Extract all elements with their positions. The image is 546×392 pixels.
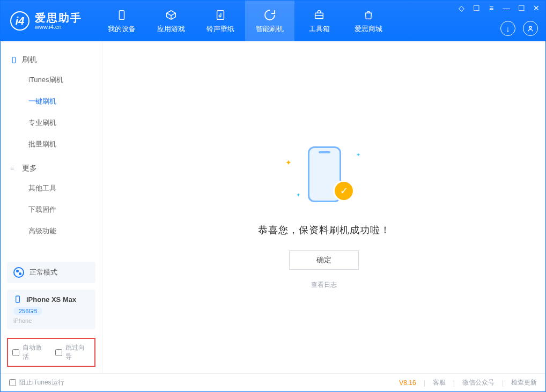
ok-button[interactable]: 确定: [289, 250, 359, 270]
tab-apps-games[interactable]: 应用游戏: [146, 1, 196, 41]
svg-rect-4: [12, 57, 16, 63]
tab-label: 爱思商城: [355, 24, 382, 34]
logo-icon: i4: [10, 11, 29, 31]
tab-ringtones[interactable]: 铃声壁纸: [196, 1, 245, 41]
app-logo: i4 爱思助手 www.i4.cn: [1, 1, 92, 41]
sidebar: 刷机 iTunes刷机 一键刷机 专业刷机 批量刷机 ≡ 更多 其他工具 下载固…: [1, 41, 102, 373]
tab-my-device[interactable]: 我的设备: [97, 1, 146, 41]
mode-icon: [13, 267, 24, 278]
footer-link-update[interactable]: 检查更新: [511, 378, 537, 387]
success-message: 恭喜您，保资料刷机成功啦！: [258, 224, 390, 236]
title-bar: i4 爱思助手 www.i4.cn 我的设备 应用游戏 铃声壁纸 智能刷机: [1, 1, 545, 41]
feedback-icon[interactable]: ☐: [470, 3, 482, 13]
toolbox-icon: [312, 8, 326, 22]
device-icon: [13, 295, 22, 304]
main-content: ✦ ✦ ✦ ✓ 恭喜您，保资料刷机成功啦！ 确定 查看日志: [102, 41, 545, 373]
checkbox-input[interactable]: [55, 349, 62, 356]
sidebar-item-pro-flash[interactable]: 专业刷机: [1, 112, 102, 134]
sidebar-group-flash: 刷机: [1, 51, 102, 69]
phone-icon: [115, 8, 129, 22]
sparkle-icon: ✦: [285, 158, 292, 167]
sparkle-icon: ✦: [296, 192, 300, 198]
sidebar-group-label: 更多: [22, 164, 37, 173]
svg-rect-1: [217, 11, 224, 20]
checkbox-label: 阻止iTunes运行: [19, 378, 64, 387]
bag-icon: [361, 8, 375, 22]
sidebar-item-oneclick-flash[interactable]: 一键刷机: [1, 91, 102, 112]
phone-small-icon: [10, 56, 18, 64]
sidebar-group-more: ≡ 更多: [1, 159, 102, 177]
app-subtitle: www.i4.cn: [35, 24, 82, 30]
tab-label: 铃声壁纸: [206, 24, 234, 34]
minimize-button[interactable]: —: [500, 3, 512, 13]
tab-label: 智能刷机: [256, 24, 284, 34]
device-storage-badge: 256GB: [13, 307, 42, 315]
svg-point-3: [529, 26, 532, 28]
device-type: iPhone: [13, 317, 89, 324]
tab-label: 应用游戏: [157, 24, 185, 34]
checkbox-auto-activate[interactable]: 自动激活: [12, 343, 48, 361]
sparkle-icon: ✦: [356, 152, 360, 158]
sidebar-group-label: 刷机: [22, 55, 37, 65]
download-manager-icon[interactable]: ↓: [500, 21, 515, 36]
version-label: V8.16: [399, 379, 416, 387]
sidebar-item-other-tools[interactable]: 其他工具: [1, 177, 102, 199]
tab-label: 工具箱: [309, 24, 330, 34]
menu-icon[interactable]: ≡: [485, 3, 497, 13]
device-mode-box[interactable]: 正常模式: [7, 262, 95, 283]
checkbox-label: 自动激活: [23, 343, 48, 361]
checkbox-input[interactable]: [9, 379, 16, 386]
view-log-link[interactable]: 查看日志: [311, 280, 337, 290]
success-illustration: ✦ ✦ ✦ ✓: [292, 143, 356, 208]
tab-smart-flash[interactable]: 智能刷机: [245, 1, 294, 41]
sidebar-item-advanced[interactable]: 高级功能: [1, 220, 102, 242]
sidebar-item-batch-flash[interactable]: 批量刷机: [1, 134, 102, 155]
mode-label: 正常模式: [29, 268, 57, 277]
tab-label: 我的设备: [108, 24, 136, 34]
top-tabs: 我的设备 应用游戏 铃声壁纸 智能刷机 工具箱 爱思商城: [97, 1, 393, 41]
highlighted-options: 自动激活 跳过向导: [7, 338, 95, 367]
close-button[interactable]: ✕: [530, 3, 542, 13]
sidebar-item-download-firmware[interactable]: 下载固件: [1, 199, 102, 220]
checkbox-block-itunes[interactable]: 阻止iTunes运行: [9, 378, 64, 387]
checkbox-skip-guide[interactable]: 跳过向导: [55, 343, 91, 361]
checkbox-input[interactable]: [12, 349, 19, 356]
account-icon[interactable]: [523, 21, 538, 36]
tab-store[interactable]: 爱思商城: [344, 1, 393, 41]
window-controls: ◇ ☐ ≡ — ☐ ✕: [455, 3, 542, 13]
app-title: 爱思助手: [35, 12, 82, 24]
refresh-shield-icon: [263, 8, 277, 22]
success-check-icon: ✓: [335, 182, 353, 200]
footer-link-wechat[interactable]: 微信公众号: [462, 378, 495, 387]
tab-toolbox[interactable]: 工具箱: [294, 1, 344, 41]
sidebar-item-itunes-flash[interactable]: iTunes刷机: [1, 69, 102, 91]
svg-rect-5: [16, 296, 20, 302]
device-name: iPhone XS Max: [26, 295, 76, 304]
footer-link-service[interactable]: 客服: [433, 378, 446, 387]
skin-icon[interactable]: ◇: [455, 3, 467, 13]
svg-rect-0: [119, 11, 124, 20]
status-bar: 阻止iTunes运行 V8.16 | 客服 | 微信公众号 | 检查更新: [1, 373, 545, 391]
cube-icon: [164, 8, 178, 22]
maximize-button[interactable]: ☐: [515, 3, 527, 13]
music-file-icon: [213, 8, 227, 22]
device-info-box[interactable]: iPhone XS Max 256GB iPhone: [7, 290, 95, 329]
checkbox-label: 跳过向导: [65, 343, 91, 361]
list-icon: ≡: [10, 165, 18, 172]
